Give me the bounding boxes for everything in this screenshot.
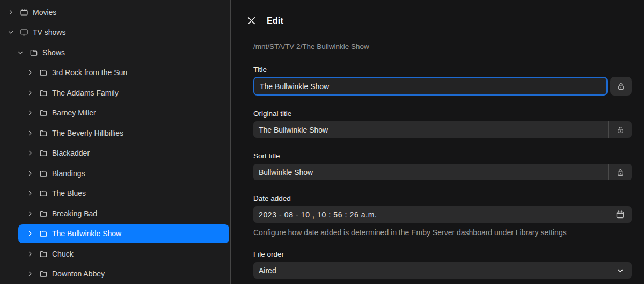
date-added-input[interactable]: 2023 - 08 - 10 , 10 : 56 : 26 a.m.	[253, 206, 608, 223]
title-input[interactable]: The Bullwinkle Show	[253, 77, 608, 96]
folder-icon	[39, 169, 48, 178]
file-order-label: File order	[253, 250, 632, 258]
text-caret	[330, 82, 330, 91]
sort-title-input-value: Bullwinkle Show	[259, 168, 313, 177]
folder-icon	[39, 149, 48, 158]
tree-item[interactable]: Movies	[0, 2, 230, 23]
folder-icon	[39, 128, 48, 137]
tree-item[interactable]: Barney Miller	[0, 103, 230, 123]
tree-item-label: 3rd Rock from the Sun	[52, 68, 127, 77]
panel-title: Edit	[267, 16, 283, 26]
chevron-right-icon[interactable]	[26, 129, 34, 137]
date-added-helper: Configure how date added is determined i…	[253, 228, 632, 237]
date-added-value: 2023 - 08 - 10 , 10 : 56 : 26 a.m.	[259, 210, 377, 219]
tree-item[interactable]: Downton Abbey	[0, 264, 230, 284]
folder-icon	[39, 108, 48, 118]
tree-item[interactable]: The Blues	[0, 184, 230, 204]
unlock-icon	[616, 126, 625, 134]
close-button[interactable]	[246, 16, 257, 26]
tree-item-label: Breaking Bad	[52, 209, 97, 218]
tree-item-label: Chuck	[52, 250, 74, 258]
original-title-input[interactable]: The Bullwinkle Show	[253, 121, 608, 138]
close-icon	[247, 16, 256, 25]
sort-title-field: Bullwinkle Show	[253, 164, 632, 180]
sort-title-lock-button[interactable]	[609, 164, 632, 180]
title-label: Title	[253, 65, 632, 74]
chevron-right-icon[interactable]	[26, 89, 34, 97]
title-field: The Bullwinkle Show	[253, 77, 632, 96]
chevron-right-icon[interactable]	[26, 108, 34, 117]
date-added-label: Date added	[253, 194, 632, 202]
chevron-right-icon[interactable]	[6, 8, 15, 17]
unlock-icon	[617, 82, 625, 91]
chevron-right-icon[interactable]	[26, 250, 34, 258]
tree-item[interactable]: Blandings	[0, 163, 230, 184]
chevron-right-icon[interactable]	[26, 189, 34, 198]
chevron-right-icon[interactable]	[26, 229, 34, 238]
tree-item[interactable]: The Addams Family	[0, 83, 230, 103]
original-title-input-value: The Bullwinkle Show	[259, 126, 328, 134]
original-title-label: Original title	[253, 110, 632, 118]
tree-item[interactable]: 3rd Rock from the Sun	[0, 63, 230, 83]
tree-item-label: Blackadder	[52, 149, 90, 157]
file-order-selected-value: Aired	[259, 266, 617, 275]
folder-icon	[39, 68, 48, 77]
tree-item[interactable]: Breaking Bad	[0, 203, 230, 224]
folder-icon	[39, 270, 48, 279]
tree-item-label: TV shows	[33, 28, 65, 37]
chevron-down-icon[interactable]	[16, 48, 25, 57]
title-lock-button[interactable]	[610, 77, 632, 96]
tree-item-label: Barney Miller	[52, 108, 96, 117]
tree-item-label: Shows	[42, 48, 65, 57]
tree-item[interactable]: Blackadder	[0, 143, 230, 164]
sort-title-label: Sort title	[253, 152, 632, 160]
tree-item-label: Blandings	[52, 169, 85, 178]
unlock-icon	[616, 168, 625, 177]
tree-item-label: The Blues	[52, 189, 86, 198]
chevron-right-icon[interactable]	[26, 270, 34, 278]
original-title-lock-button[interactable]	[609, 121, 632, 138]
chevron-down-icon[interactable]	[6, 28, 15, 37]
sort-title-input[interactable]: Bullwinkle Show	[253, 164, 608, 180]
tree-item-label: Downton Abbey	[52, 270, 105, 278]
folder-icon	[39, 209, 48, 218]
movie-icon	[19, 8, 28, 17]
item-path: /mnt/STA/TV 2/The Bullwinkle Show	[253, 42, 632, 50]
tree-item-label: The Bullwinkle Show	[52, 229, 121, 238]
tree-item[interactable]: The Beverly Hillbillies	[0, 123, 230, 143]
library-tree-sidebar: Movies TV shows Shows	[0, 0, 231, 284]
tree-item-label: The Addams Family	[52, 89, 119, 97]
file-order-select[interactable]: Aired	[253, 262, 632, 279]
folder-icon	[39, 189, 48, 198]
folder-icon	[39, 249, 48, 258]
chevron-right-icon[interactable]	[26, 169, 34, 178]
date-added-field: 2023 - 08 - 10 , 10 : 56 : 26 a.m.	[253, 206, 632, 223]
selection-highlight	[18, 224, 229, 244]
folder-icon	[29, 48, 38, 57]
tree-item[interactable]: Chuck	[0, 244, 230, 264]
tree-item[interactable]: The Bullwinkle Show	[0, 224, 230, 244]
folder-icon	[39, 88, 48, 97]
tree-item[interactable]: TV shows	[0, 23, 230, 43]
folder-icon	[39, 229, 48, 238]
chevron-right-icon[interactable]	[26, 209, 34, 218]
tree-item[interactable]: Shows	[0, 42, 230, 63]
edit-panel: Edit /mnt/STA/TV 2/The Bullwinkle Show T…	[231, 0, 644, 284]
tree-item-label: Movies	[33, 8, 56, 17]
date-picker-button[interactable]	[608, 206, 632, 223]
chevron-down-icon	[617, 267, 624, 274]
original-title-field: The Bullwinkle Show	[253, 121, 632, 138]
panel-header: Edit	[246, 15, 632, 26]
tree-item-label: The Beverly Hillbillies	[52, 129, 123, 137]
chevron-right-icon[interactable]	[26, 149, 34, 157]
tv-icon	[19, 28, 28, 37]
title-input-value: The Bullwinkle Show	[260, 82, 329, 91]
calendar-icon	[616, 210, 625, 219]
chevron-right-icon[interactable]	[26, 68, 34, 77]
